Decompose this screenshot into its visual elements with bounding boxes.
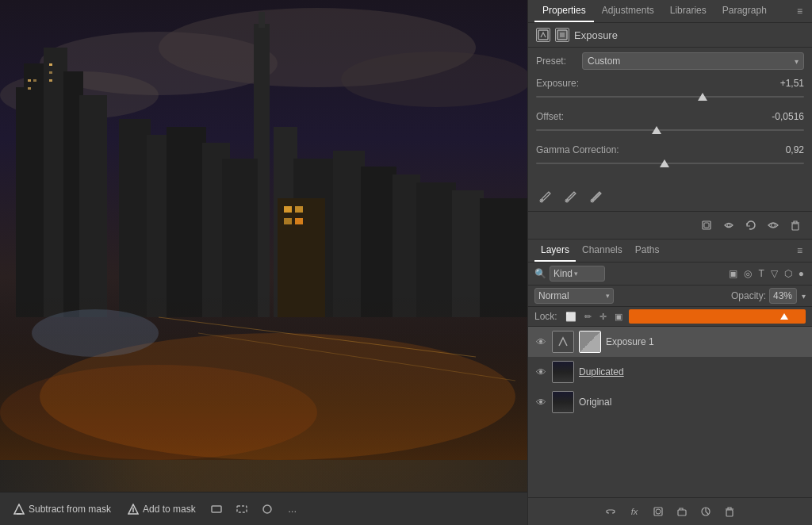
- subtract-from-mask-button[interactable]: Subtract from mask: [6, 500, 117, 519]
- filter-adjust-icon[interactable]: ◎: [742, 266, 753, 281]
- svg-rect-29: [49, 71, 52, 74]
- sliders-section: Exposure: +1,51 Offset: -: [528, 75, 812, 181]
- add-mask-bottom-btn[interactable]: [649, 503, 667, 520]
- preset-select[interactable]: Custom ▾: [582, 52, 804, 70]
- filter-kind-label: Kind: [553, 268, 573, 279]
- tab-paths[interactable]: Paths: [629, 240, 666, 262]
- eyedropper-black-button[interactable]: [536, 187, 553, 205]
- offset-slider[interactable]: [536, 124, 804, 136]
- layer-thumb-original: [552, 391, 574, 413]
- visibility-btn[interactable]: [764, 217, 782, 234]
- lock-row: Lock: ⬜ ✏ ✛ ▣: [528, 307, 812, 327]
- layers-menu-icon[interactable]: ≡: [794, 242, 806, 259]
- add-fx-btn[interactable]: fx: [626, 503, 643, 520]
- svg-point-59: [656, 509, 661, 514]
- link-layers-btn[interactable]: [602, 503, 619, 520]
- svg-rect-44: [212, 506, 221, 512]
- filter-type-icon[interactable]: T: [756, 266, 765, 281]
- filter-icons: ▣ ◎ T ▽ ⬡ ●: [727, 266, 806, 281]
- tab-adjustments[interactable]: Adjustments: [594, 0, 662, 22]
- eyedropper-row: [528, 181, 812, 211]
- exposure-label: Exposure:: [536, 78, 579, 89]
- svg-point-33: [0, 365, 317, 460]
- create-adjustment-btn[interactable]: [697, 503, 714, 520]
- offset-thumb[interactable]: [652, 126, 661, 134]
- tab-channels[interactable]: Channels: [576, 240, 629, 262]
- more-options-btn[interactable]: ...: [282, 498, 304, 520]
- clip-to-layer-btn[interactable]: [698, 217, 715, 234]
- mask-mode-btn-2[interactable]: [231, 498, 253, 520]
- lock-position-icon[interactable]: ✛: [598, 310, 608, 324]
- layers-tabs: Layers Channels Paths ≡: [528, 240, 812, 262]
- gamma-label: Gamma Correction:: [536, 144, 619, 155]
- view-previous-btn[interactable]: [720, 217, 737, 234]
- exposure-slider[interactable]: [536, 90, 804, 103]
- svg-rect-9: [79, 95, 107, 317]
- layer-item-duplicated[interactable]: 👁 Duplicated: [528, 357, 812, 387]
- svg-rect-54: [704, 223, 709, 228]
- opacity-value[interactable]: 43%: [769, 288, 797, 304]
- exposure-thumb[interactable]: [698, 93, 707, 101]
- gamma-value: 0,92: [764, 144, 804, 155]
- filter-active-icon[interactable]: ●: [797, 266, 806, 281]
- lock-transparency-icon[interactable]: ⬜: [564, 310, 578, 324]
- svg-point-3: [341, 52, 527, 107]
- gamma-slider[interactable]: [536, 157, 804, 170]
- filter-kind-select[interactable]: Kind ▾: [550, 266, 605, 282]
- lock-pixels-icon[interactable]: ✏: [583, 310, 593, 324]
- properties-tabs: Properties Adjustments Libraries Paragra…: [528, 0, 812, 23]
- delete-btn[interactable]: [787, 217, 804, 234]
- svg-rect-6: [16, 87, 32, 317]
- lock-label: Lock:: [534, 311, 557, 322]
- subtract-icon: [13, 503, 25, 515]
- svg-rect-11: [259, 12, 265, 28]
- tab-paragraph[interactable]: Paragraph: [714, 0, 775, 22]
- filter-smart-icon[interactable]: ⬡: [783, 266, 794, 281]
- layer-visibility-original[interactable]: 👁: [534, 396, 547, 408]
- preset-row: Preset: Custom ▾: [528, 48, 812, 75]
- svg-point-55: [727, 224, 730, 227]
- preset-label: Preset:: [536, 56, 576, 67]
- offset-value: -0,0516: [764, 111, 804, 122]
- svg-rect-25: [28, 79, 31, 82]
- tab-layers[interactable]: Layers: [534, 240, 576, 262]
- eyedropper-white-button[interactable]: [587, 187, 604, 205]
- svg-rect-28: [49, 63, 52, 66]
- mask-mode-btn-3[interactable]: [256, 498, 278, 520]
- create-group-btn[interactable]: [673, 503, 691, 520]
- opacity-label: Opacity:: [731, 290, 766, 301]
- add-mask-icon: [127, 503, 140, 515]
- reset-btn[interactable]: [742, 217, 760, 234]
- tab-libraries[interactable]: Libraries: [662, 0, 714, 22]
- filter-shape-icon[interactable]: ▽: [769, 266, 779, 281]
- offset-slider-row: Offset: -0,0516: [536, 111, 804, 136]
- exposure-header: Exposure: [528, 23, 812, 48]
- blend-mode-select[interactable]: Normal ▾: [534, 288, 614, 304]
- layer-name-duplicated: Duplicated: [579, 366, 806, 377]
- tab-properties[interactable]: Properties: [534, 0, 594, 22]
- layer-name-exposure1: Exposure 1: [606, 336, 806, 347]
- layer-filter-row: 🔍 Kind ▾ ▣ ◎ T ▽ ⬡ ●: [528, 262, 812, 285]
- layer-visibility-exposure1[interactable]: 👁: [534, 335, 547, 348]
- adjustment-layer-icon: [536, 28, 550, 42]
- layer-visibility-duplicated[interactable]: 👁: [534, 366, 547, 378]
- mask-mode-btn-1[interactable]: [205, 498, 228, 520]
- layers-list: 👁 Exposure 1 👁: [528, 327, 812, 497]
- delete-layer-btn[interactable]: [721, 503, 738, 520]
- lock-fill-slider[interactable]: [629, 309, 806, 324]
- add-to-mask-button[interactable]: Add to mask: [121, 500, 202, 519]
- exposure-title: Exposure: [574, 29, 618, 41]
- svg-point-56: [772, 224, 776, 228]
- layers-bottom-bar: fx: [528, 497, 812, 525]
- opacity-chevron-icon[interactable]: ▾: [802, 292, 806, 301]
- svg-rect-57: [792, 224, 799, 230]
- layer-item-exposure1[interactable]: 👁 Exposure 1: [528, 327, 812, 357]
- layer-item-original[interactable]: 👁 Original: [528, 387, 812, 417]
- exposure-value: +1,51: [764, 78, 804, 89]
- mask-icon: [555, 28, 569, 42]
- eyedropper-gray-button[interactable]: [561, 187, 579, 205]
- filter-pixel-icon[interactable]: ▣: [727, 266, 739, 281]
- panel-menu-icon[interactable]: ≡: [794, 2, 806, 20]
- lock-artboards-icon[interactable]: ▣: [613, 310, 624, 324]
- gamma-thumb[interactable]: [660, 159, 669, 167]
